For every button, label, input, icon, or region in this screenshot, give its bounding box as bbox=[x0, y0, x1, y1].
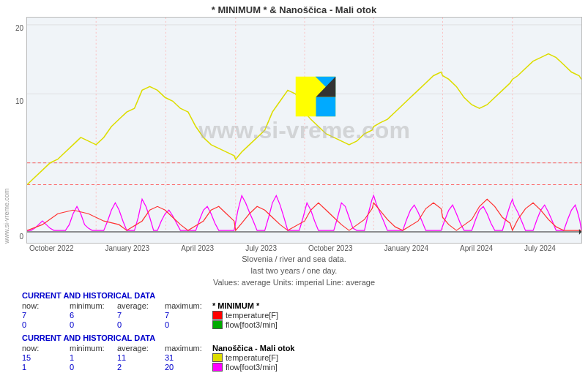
section1: CURRENT AND HISTORICAL DATA now: minimum… bbox=[22, 291, 566, 329]
s2-col-now: now: bbox=[22, 344, 70, 353]
x-label-5: January 2024 bbox=[384, 244, 429, 252]
x-label-2: April 2023 bbox=[181, 244, 214, 252]
s2r2-label: flow[foot3/min] bbox=[226, 363, 278, 372]
section1-row2: 0 0 0 0 flow[foot3/min] bbox=[22, 320, 566, 329]
subtitle1: Slovenia / river and sea data. bbox=[0, 255, 588, 263]
x-label-0: October 2022 bbox=[29, 244, 74, 252]
x-label-1: January 2023 bbox=[105, 244, 150, 252]
s1r2-now: 0 bbox=[22, 320, 70, 329]
section2: CURRENT AND HISTORICAL DATA now: minimum… bbox=[22, 333, 566, 372]
x-label-6: April 2024 bbox=[460, 244, 493, 252]
s2r1-avg: 11 bbox=[117, 353, 165, 362]
s1r2-label: flow[foot3/min] bbox=[226, 320, 278, 329]
chart-title: * MINIMUM * & Nanoščica - Mali otok bbox=[0, 0, 588, 17]
site-watermark-side: www.si-vreme.com bbox=[3, 17, 10, 244]
s2r2-avg: 2 bbox=[117, 363, 165, 372]
s2r2-min: 0 bbox=[70, 363, 117, 372]
col-min: minimum: bbox=[70, 301, 117, 310]
s2r1-color bbox=[212, 353, 223, 362]
x-label-3: July 2023 bbox=[245, 244, 277, 252]
s2r1-min: 1 bbox=[70, 353, 117, 362]
section1-row1: 7 6 7 7 temperature[F] bbox=[22, 311, 566, 320]
s2r1-max: 31 bbox=[165, 353, 212, 362]
x-label-7: July 2024 bbox=[524, 244, 556, 252]
s2-col-avg: average: bbox=[117, 344, 165, 353]
col-now: now: bbox=[22, 301, 70, 310]
s2r2-legend: flow[foot3/min] bbox=[212, 363, 566, 372]
section2-col-headers: now: minimum: average: maximum: Nanoščic… bbox=[22, 344, 566, 353]
section1-col-headers: now: minimum: average: maximum: * MINIMU… bbox=[22, 301, 566, 310]
x-axis-labels: October 2022 January 2023 April 2023 Jul… bbox=[29, 244, 556, 252]
s1r2-legend: flow[foot3/min] bbox=[212, 320, 566, 329]
col-max: maximum: bbox=[165, 301, 212, 310]
section2-row1: 15 1 11 31 temperature[F] bbox=[22, 353, 566, 362]
s2r2-max: 20 bbox=[165, 363, 212, 372]
s1r2-max: 0 bbox=[165, 320, 212, 329]
s2r1-label: temperature[F] bbox=[226, 353, 278, 362]
s1r2-avg: 0 bbox=[117, 320, 165, 329]
section1-header: CURRENT AND HISTORICAL DATA bbox=[22, 291, 566, 300]
s1r1-avg: 7 bbox=[117, 311, 165, 320]
s1r1-min: 6 bbox=[70, 311, 117, 320]
s1r1-label: temperature[F] bbox=[226, 311, 278, 320]
s2r1-now: 15 bbox=[22, 353, 70, 362]
y-label-0: 0 bbox=[19, 233, 23, 241]
subtitle3: Values: average Units: imperial Line: av… bbox=[0, 278, 588, 287]
col-name1: * MINIMUM * bbox=[212, 301, 566, 310]
subtitle2: last two years / one day. bbox=[0, 266, 588, 275]
s1r1-now: 7 bbox=[22, 311, 70, 320]
s2r2-now: 1 bbox=[22, 363, 70, 372]
section2-row2: 1 0 2 20 flow[foot3/min] bbox=[22, 363, 566, 372]
section2-header: CURRENT AND HISTORICAL DATA bbox=[22, 333, 566, 342]
s1r1-legend: temperature[F] bbox=[212, 311, 566, 320]
y-label-10: 10 bbox=[15, 97, 23, 105]
s2-col-min: minimum: bbox=[70, 344, 117, 353]
chart-svg bbox=[27, 18, 581, 243]
x-label-4: October 2023 bbox=[308, 244, 353, 252]
s1r1-max: 7 bbox=[165, 311, 212, 320]
s1r1-color bbox=[212, 311, 223, 320]
chart-area: www.si-vreme.com bbox=[26, 17, 582, 244]
s1r2-min: 0 bbox=[70, 320, 117, 329]
s2-col-name: Nanoščica - Mali otok bbox=[212, 344, 566, 353]
s2-col-max: maximum: bbox=[165, 344, 212, 353]
s2r2-color bbox=[212, 363, 223, 372]
y-label-20: 20 bbox=[15, 24, 23, 32]
s1r2-color bbox=[212, 320, 223, 329]
s2r1-legend: temperature[F] bbox=[212, 353, 566, 362]
page-wrapper: * MINIMUM * & Nanoščica - Mali otok 20 1… bbox=[0, 0, 588, 392]
col-avg: average: bbox=[117, 301, 165, 310]
